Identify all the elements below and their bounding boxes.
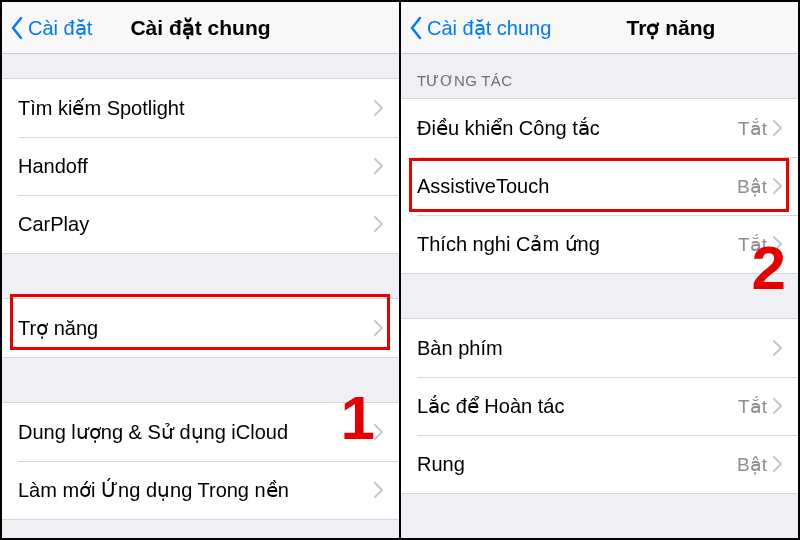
- row-status: Bật: [737, 453, 767, 476]
- row-label: Trợ năng: [18, 316, 374, 340]
- section-header-interaction: TƯƠNG TÁC: [401, 54, 798, 98]
- row-handoff[interactable]: Handoff: [2, 137, 399, 195]
- spacer: [401, 274, 798, 318]
- chevron-right-icon: [773, 456, 782, 472]
- nav-title: Cài đặt chung: [130, 16, 270, 40]
- pane-general-settings: Cài đặt Cài đặt chung Tìm kiếm Spotlight…: [2, 2, 399, 538]
- chevron-right-icon: [374, 158, 383, 174]
- group-accessibility: Trợ năng: [2, 298, 399, 358]
- back-button[interactable]: Cài đặt chung: [409, 16, 551, 40]
- back-button[interactable]: Cài đặt: [10, 16, 92, 40]
- row-status: Tắt: [738, 233, 767, 256]
- row-assistivetouch[interactable]: AssistiveTouch Bật: [401, 157, 798, 215]
- chevron-right-icon: [374, 216, 383, 232]
- spacer: [2, 254, 399, 298]
- chevron-left-icon: [409, 16, 423, 40]
- navbar: Cài đặt Cài đặt chung: [2, 2, 399, 54]
- pane-accessibility: Cài đặt chung Trợ năng TƯƠNG TÁC Điều kh…: [399, 2, 798, 538]
- group-spotlight-handoff-carplay: Tìm kiếm Spotlight Handoff CarPlay: [2, 78, 399, 254]
- row-label: Tìm kiếm Spotlight: [18, 96, 374, 120]
- chevron-right-icon: [374, 100, 383, 116]
- chevron-right-icon: [374, 424, 383, 440]
- row-status: Tắt: [738, 395, 767, 418]
- row-label: Rung: [417, 453, 737, 476]
- row-icloud-storage[interactable]: Dung lượng & Sử dụng iCloud: [2, 403, 399, 461]
- back-label: Cài đặt chung: [427, 16, 551, 40]
- chevron-right-icon: [773, 236, 782, 252]
- group-interaction: Điều khiển Công tắc Tắt AssistiveTouch B…: [401, 98, 798, 274]
- chevron-right-icon: [374, 320, 383, 336]
- row-accessibility[interactable]: Trợ năng: [2, 299, 399, 357]
- chevron-right-icon: [773, 178, 782, 194]
- row-touch-accommodations[interactable]: Thích nghi Cảm ứng Tắt: [401, 215, 798, 273]
- row-spotlight[interactable]: Tìm kiếm Spotlight: [2, 79, 399, 137]
- row-label: Thích nghi Cảm ứng: [417, 232, 738, 256]
- back-label: Cài đặt: [28, 16, 92, 40]
- row-label: Làm mới Ứng dụng Trong nền: [18, 478, 374, 502]
- chevron-right-icon: [773, 120, 782, 136]
- row-keyboard[interactable]: Bàn phím: [401, 319, 798, 377]
- group-storage-refresh: Dung lượng & Sử dụng iCloud Làm mới Ứng …: [2, 402, 399, 520]
- spacer: [2, 358, 399, 402]
- row-label: Lắc để Hoàn tác: [417, 394, 738, 418]
- row-label: AssistiveTouch: [417, 175, 737, 198]
- chevron-right-icon: [773, 398, 782, 414]
- row-shake-undo[interactable]: Lắc để Hoàn tác Tắt: [401, 377, 798, 435]
- spacer: [2, 54, 399, 78]
- row-label: Dung lượng & Sử dụng iCloud: [18, 420, 374, 444]
- row-vibration[interactable]: Rung Bật: [401, 435, 798, 493]
- row-label: Handoff: [18, 155, 374, 178]
- chevron-right-icon: [374, 482, 383, 498]
- row-label: Điều khiển Công tắc: [417, 116, 738, 140]
- nav-title: Trợ năng: [627, 16, 716, 40]
- group-input: Bàn phím Lắc để Hoàn tác Tắt Rung Bật: [401, 318, 798, 494]
- row-label: CarPlay: [18, 213, 374, 236]
- navbar: Cài đặt chung Trợ năng: [401, 2, 798, 54]
- row-carplay[interactable]: CarPlay: [2, 195, 399, 253]
- chevron-left-icon: [10, 16, 24, 40]
- row-status: Tắt: [738, 117, 767, 140]
- row-status: Bật: [737, 175, 767, 198]
- row-background-refresh[interactable]: Làm mới Ứng dụng Trong nền: [2, 461, 399, 519]
- chevron-right-icon: [773, 340, 782, 356]
- row-label: Bàn phím: [417, 337, 767, 360]
- row-switch-control[interactable]: Điều khiển Công tắc Tắt: [401, 99, 798, 157]
